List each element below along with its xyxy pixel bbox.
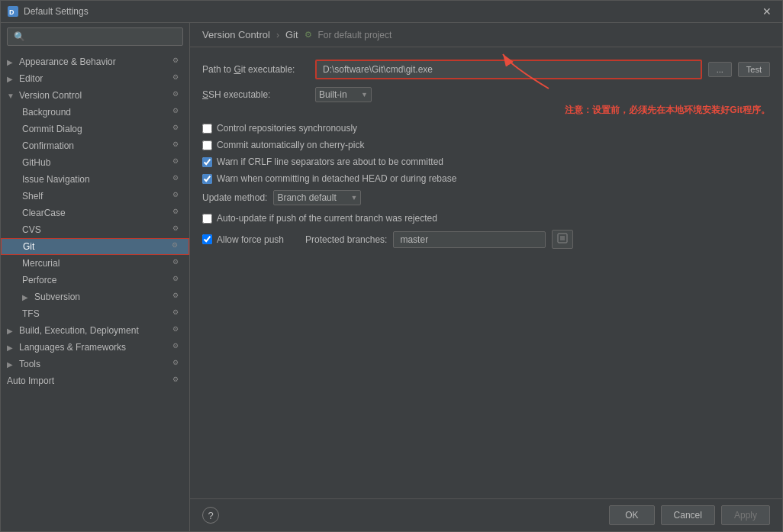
git-path-input[interactable] — [315, 60, 702, 79]
warn-crlf-checkbox[interactable] — [202, 157, 212, 167]
warn-crlf-row: Warn if CRLF line separators are about t… — [202, 156, 770, 167]
sidebar: ▶ Appearance & Behavior ⚙ ▶ Editor ⚙ ▼ V… — [1, 23, 190, 531]
sidebar-item-label: Build, Execution, Deployment — [19, 325, 172, 336]
protected-browse-button[interactable] — [552, 230, 573, 249]
allow-force-label: Allow force push — [217, 234, 284, 245]
protected-label: Protected branches: — [305, 234, 387, 245]
app-icon: D — [7, 5, 19, 18]
settings-icon: ⚙ — [172, 359, 183, 369]
sidebar-item-mercurial[interactable]: Mercurial ⚙ — [1, 255, 189, 272]
settings-icon: ⚙ — [172, 342, 183, 353]
settings-icon: ⚙ — [172, 107, 183, 118]
sidebar-item-label: Version Control — [19, 90, 172, 101]
sidebar-item-clearcase[interactable]: ClearCase ⚙ — [1, 205, 189, 221]
allow-force-checkbox-group: Allow force push — [202, 234, 284, 245]
sidebar-item-label: Issue Navigation — [22, 174, 172, 185]
sidebar-item-cvs[interactable]: CVS ⚙ — [1, 221, 189, 238]
annotation-text: 注意：设置前，必须先在本地环境安装好Git程序。 — [202, 104, 770, 117]
ssh-row: SSH executable: Built-in Native — [202, 87, 770, 102]
panel-body: Path to Git executable: ... Test SSH exe… — [190, 47, 782, 498]
sidebar-item-label: Auto Import — [7, 376, 172, 386]
sidebar-item-label: Appearance & Behavior — [19, 56, 172, 67]
protected-input[interactable] — [393, 231, 546, 248]
sidebar-item-issue-navigation[interactable]: Issue Navigation ⚙ — [1, 171, 189, 188]
commit-cherry-row: Commit automatically on cherry-pick — [202, 140, 770, 150]
panel-header: Version Control › Git ⚙ For default proj… — [190, 23, 782, 47]
annotation-container: 注意：设置前，必须先在本地环境安装好Git程序。 — [202, 104, 770, 117]
settings-icon: ⚙ — [172, 224, 183, 235]
sidebar-item-editor[interactable]: ▶ Editor ⚙ — [1, 70, 189, 87]
settings-icon: ⚙ — [172, 325, 183, 336]
sidebar-item-label: Editor — [19, 73, 172, 84]
expand-arrow: ▶ — [7, 343, 16, 352]
ssh-select[interactable]: Built-in Native — [316, 88, 361, 102]
sidebar-item-label: TFS — [22, 308, 172, 319]
settings-icon: ⚙ — [172, 56, 183, 67]
settings-icon: ⚙ — [172, 258, 183, 269]
sidebar-item-label: Perforce — [22, 275, 172, 285]
sidebar-item-label: GitHub — [22, 157, 172, 168]
settings-icon: ⚙ — [172, 157, 183, 168]
allow-force-checkbox[interactable] — [202, 234, 212, 244]
sidebar-item-label: ClearCase — [22, 208, 172, 218]
commit-cherry-checkbox[interactable] — [202, 140, 212, 150]
project-tag: For default project — [318, 30, 392, 40]
apply-button[interactable]: Apply — [721, 505, 770, 525]
sidebar-item-build[interactable]: ▶ Build, Execution, Deployment ⚙ — [1, 322, 189, 339]
sidebar-item-github[interactable]: GitHub ⚙ — [1, 154, 189, 171]
bottom-bar: ? OK Cancel Apply — [190, 498, 782, 531]
browse-icon — [557, 233, 568, 243]
breadcrumb-separator: › — [276, 30, 279, 40]
ctrl-repos-checkbox[interactable] — [202, 124, 212, 134]
help-button[interactable]: ? — [202, 507, 219, 524]
browse-button[interactable]: ... — [708, 62, 732, 77]
warn-head-label: Warn when committing in detached HEAD or… — [217, 173, 456, 184]
breadcrumb-tag: ⚙ — [304, 30, 312, 40]
warn-head-checkbox[interactable] — [202, 174, 212, 184]
sidebar-item-label: CVS — [22, 224, 172, 235]
update-select[interactable]: Branch default Merge Rebase — [274, 191, 350, 205]
sidebar-item-git[interactable]: Git ⚙ — [1, 238, 189, 255]
settings-icon: ⚙ — [172, 241, 182, 252]
warn-head-row: Warn when committing in detached HEAD or… — [202, 173, 770, 184]
auto-update-label: Auto-update if push of the current branc… — [217, 213, 437, 224]
settings-icon: ⚙ — [172, 174, 183, 185]
ok-button[interactable]: OK — [609, 505, 654, 525]
update-select-wrapper[interactable]: Branch default Merge Rebase — [273, 190, 361, 205]
close-button[interactable]: ✕ — [758, 4, 776, 19]
auto-update-checkbox[interactable] — [202, 214, 212, 224]
settings-icon: ⚙ — [172, 308, 183, 319]
settings-icon: ⚙ — [172, 124, 183, 134]
sidebar-item-commit-dialog[interactable]: Commit Dialog ⚙ — [1, 121, 189, 137]
sidebar-item-confirmation[interactable]: Confirmation ⚙ — [1, 137, 189, 154]
warn-crlf-label: Warn if CRLF line separators are about t… — [217, 156, 443, 167]
sidebar-item-auto-import[interactable]: Auto Import ⚙ — [1, 372, 189, 389]
sidebar-item-languages[interactable]: ▶ Languages & Frameworks ⚙ — [1, 339, 189, 356]
main-content: ▶ Appearance & Behavior ⚙ ▶ Editor ⚙ ▼ V… — [1, 23, 782, 531]
ssh-select-wrapper[interactable]: Built-in Native — [315, 87, 372, 102]
settings-icon: ⚙ — [172, 140, 183, 151]
cancel-button[interactable]: Cancel — [661, 505, 715, 525]
search-input[interactable] — [7, 27, 183, 46]
update-method-row: Update method: Branch default Merge Reba… — [202, 190, 770, 205]
sidebar-item-label: Tools — [19, 359, 172, 369]
ctrl-repos-label: Control repositories synchronously — [217, 123, 357, 134]
sidebar-item-tools[interactable]: ▶ Tools ⚙ — [1, 356, 189, 372]
sidebar-item-perforce[interactable]: Perforce ⚙ — [1, 272, 189, 289]
ssh-label: SSH executable: — [202, 89, 309, 100]
sidebar-item-label: Mercurial — [22, 258, 172, 269]
expand-arrow: ▶ — [7, 327, 16, 335]
sidebar-item-background[interactable]: Background ⚙ — [1, 104, 189, 121]
git-path-label: Path to Git executable: — [202, 64, 309, 75]
main-window: D Default Settings ✕ ▶ Appearance & Beha… — [0, 0, 783, 532]
sidebar-item-appearance[interactable]: ▶ Appearance & Behavior ⚙ — [1, 53, 189, 70]
sidebar-tree: ▶ Appearance & Behavior ⚙ ▶ Editor ⚙ ▼ V… — [1, 50, 189, 531]
sidebar-item-subversion[interactable]: ▶ Subversion ⚙ — [1, 289, 189, 305]
settings-icon: ⚙ — [172, 275, 183, 285]
sidebar-item-version-control[interactable]: ▼ Version Control ⚙ — [1, 87, 189, 104]
sidebar-item-tfs[interactable]: TFS ⚙ — [1, 305, 189, 322]
sidebar-item-label: Languages & Frameworks — [19, 342, 172, 353]
test-button[interactable]: Test — [738, 62, 770, 77]
sidebar-item-label: Confirmation — [22, 140, 172, 151]
sidebar-item-shelf[interactable]: Shelf ⚙ — [1, 188, 189, 205]
